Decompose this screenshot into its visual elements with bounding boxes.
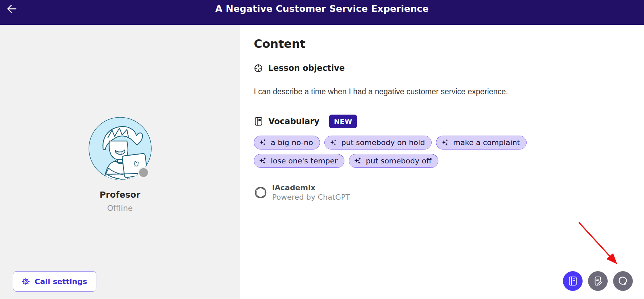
lesson-objective-row: Lesson objective [254,63,634,73]
lesson-title: A Negative Customer Service Experience [0,3,644,14]
vocabulary-label: Vocabulary [268,117,319,126]
offline-status-dot [138,167,149,178]
new-badge: NEW [329,115,357,128]
vocabulary-chips: a big no-no put somebody on hold [254,136,608,168]
call-settings-label: Call settings [35,277,87,286]
action-bar [563,271,633,291]
vocab-chip-label: make a complaint [453,138,520,147]
book-icon [568,276,578,286]
chat-bubble-icon [618,276,628,286]
tutor-status: Offline [107,204,133,213]
call-panel: Profesor Offline Call settings [0,25,240,299]
sparkles-icon [354,157,362,165]
notebook-icon [254,117,263,126]
vocab-chip[interactable]: lose one's temper [254,154,344,168]
vocab-chip-label: a big no-no [271,138,313,147]
vocab-chip[interactable]: put somebody on hold [324,136,432,150]
sparkles-icon [259,139,267,146]
vocab-chip-label: put somebody off [366,157,431,165]
provider-tagline: Powered by ChatGPT [272,193,350,201]
tutor-name: Profesor [99,190,140,200]
vocab-chip[interactable]: put somebody off [349,154,438,168]
tutor-avatar [88,117,152,180]
provider-attribution: iAcademix Powered by ChatGPT [254,183,634,201]
sparkles-icon [330,139,338,146]
tutor-block: Profesor Offline [0,117,240,213]
lesson-content-button[interactable] [563,271,583,291]
lesson-objective-label: Lesson objective [268,63,345,73]
provider-name: iAcademix [272,183,350,192]
content-panel: Content Lesson objective I can describe … [240,25,644,299]
openai-logo-icon [254,186,267,199]
vocabulary-row: Vocabulary NEW [254,115,634,128]
top-bar: A Negative Customer Service Experience [0,0,644,25]
vocab-chip-label: put somebody on hold [341,138,425,147]
vocab-chip[interactable]: a big no-no [254,136,320,150]
call-settings-button[interactable]: Call settings [13,271,96,292]
sparkles-icon [441,139,449,146]
notes-button[interactable] [588,271,608,291]
lesson-objective-text: I can describe a time when I had a negat… [254,87,634,96]
vocab-chip[interactable]: make a complaint [436,136,527,150]
lesson-screen: A Negative Customer Service Experience [0,0,644,299]
chat-button[interactable] [613,271,633,291]
content-heading: Content [254,37,634,51]
gear-icon [21,277,30,286]
document-edit-icon [593,276,603,286]
target-icon [254,64,263,73]
vocab-chip-label: lose one's temper [271,157,338,165]
sparkles-icon [259,157,267,165]
